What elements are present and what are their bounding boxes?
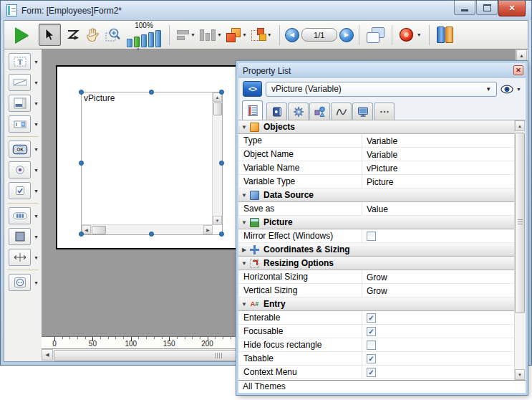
rectangle-tool-button[interactable] <box>9 228 31 245</box>
disclosure-triangle-icon[interactable]: ▶ <box>238 247 250 253</box>
property-row-vertical-sizing[interactable]: Vertical SizingGrow <box>238 284 515 297</box>
checkbox-unchecked[interactable] <box>367 341 376 350</box>
property-list-titlebar[interactable]: Property List ✕ <box>238 63 526 78</box>
text-tool-button[interactable]: T <box>9 53 31 70</box>
form-views-button[interactable] <box>367 27 385 42</box>
disclosure-triangle-icon[interactable]: ▼ <box>238 301 250 308</box>
property-value[interactable]: vPicture <box>362 161 515 175</box>
property-value[interactable]: Grow <box>362 270 515 284</box>
selection-handle[interactable] <box>219 90 224 95</box>
property-row-mirror-effect-windows-[interactable]: Mirror Effect (Windows) <box>238 229 515 243</box>
disclosure-triangle-icon[interactable]: ▼ <box>238 260 250 267</box>
window-titlebar[interactable]: Form: [Employees]Form2* ✕ <box>1 1 531 20</box>
disclosure-triangle-icon[interactable]: ▼ <box>238 192 250 199</box>
scroll-down-button[interactable]: ▼ <box>213 216 222 225</box>
checkbox-checked[interactable]: ✓ <box>367 313 376 323</box>
scroll-left-button[interactable]: ◀ <box>42 349 53 361</box>
disclosure-triangle-icon[interactable]: ▼ <box>238 124 250 130</box>
horizontal-scroll-thumb[interactable] <box>92 226 106 234</box>
disclosure-triangle-icon[interactable]: ▼ <box>238 219 250 226</box>
zoom-level-widget[interactable]: 100% <box>127 22 161 47</box>
scroll-up-button[interactable]: ▲ <box>515 120 525 131</box>
selection-handle[interactable] <box>79 90 84 95</box>
next-page-button[interactable]: ▶ <box>339 28 354 42</box>
selection-handle[interactable] <box>79 161 84 166</box>
selection-handle[interactable] <box>219 161 224 166</box>
previous-page-button[interactable]: ◀ <box>285 28 299 42</box>
dropdown-arrow-icon[interactable]: ▼ <box>34 234 39 239</box>
dropdown-arrow-icon[interactable]: ▼ <box>190 32 195 37</box>
tab-display-monitor[interactable] <box>352 103 373 120</box>
property-row-hide-focus-rectangle[interactable]: Hide focus rectangle <box>238 338 515 352</box>
tab-address-book[interactable] <box>266 103 287 120</box>
zoom-tool-button[interactable] <box>105 27 122 43</box>
dropdown-arrow-icon[interactable]: ▼ <box>34 80 39 85</box>
button-ok-tool-button[interactable]: OK <box>9 141 31 158</box>
line-tool-button[interactable] <box>9 74 31 91</box>
dropdown-arrow-icon[interactable]: ▼ <box>34 214 39 219</box>
dropdown-arrow-icon[interactable]: ▼ <box>34 280 39 285</box>
scroll-up-button[interactable]: ▲ <box>516 49 527 61</box>
checkbox-unchecked[interactable] <box>367 232 376 241</box>
property-value[interactable]: Value <box>362 202 515 216</box>
tab-settings-gear[interactable] <box>288 103 309 120</box>
vpicture-object[interactable]: vPicture ▲ ▼ ◀ ▶ <box>81 92 223 235</box>
explorer-button[interactable] <box>437 27 453 43</box>
property-row-enterable[interactable]: Enterable✓ <box>238 311 515 325</box>
vertical-scroll-thumb[interactable] <box>213 103 222 115</box>
property-value[interactable]: Grow <box>362 284 515 297</box>
selection-handle[interactable] <box>149 90 154 95</box>
dropdown-arrow-icon[interactable]: ▼ <box>242 32 247 37</box>
area-tool-button[interactable] <box>9 95 31 112</box>
selection-handle[interactable] <box>149 232 154 237</box>
zoom-level-bars-icon[interactable] <box>127 30 161 47</box>
plugin-tool-button[interactable] <box>9 274 31 291</box>
view-options-button[interactable]: ▼ <box>500 85 521 94</box>
scroll-down-button[interactable]: ▼ <box>515 369 525 380</box>
property-row-object-name[interactable]: Object NameVariable <box>238 148 515 161</box>
duplicate-grid-tool-button[interactable]: ▼ <box>251 28 272 42</box>
section-header-objects[interactable]: ▼Objects <box>238 120 515 134</box>
maximize-button[interactable] <box>476 1 498 15</box>
tab-chart-curve[interactable] <box>331 103 352 120</box>
themes-footer[interactable]: All Themes <box>238 380 526 393</box>
shields-button[interactable]: ▼ <box>400 28 422 42</box>
tab-property-list[interactable] <box>242 100 263 120</box>
minimize-button[interactable] <box>454 1 475 15</box>
vertical-scroll-thumb[interactable] <box>515 133 525 313</box>
checkbox-checked[interactable]: ✓ <box>367 368 376 377</box>
close-button[interactable]: ✕ <box>498 1 526 16</box>
section-header-resizing-options[interactable]: ▼Resizing Options <box>238 257 515 270</box>
dropdown-arrow-icon[interactable]: ▼ <box>34 101 39 106</box>
splitter-tool-button[interactable] <box>9 249 31 266</box>
tab-more-ellipsis[interactable] <box>374 103 395 120</box>
dropdown-arrow-icon[interactable]: ▼ <box>34 59 39 65</box>
section-header-data-source[interactable]: ▼Data Source <box>238 189 515 202</box>
selection-handle[interactable] <box>219 232 224 237</box>
pointer-tool-button[interactable] <box>39 24 61 46</box>
section-header-entry[interactable]: ▼Entry <box>238 297 515 311</box>
selection-handle[interactable] <box>79 232 84 237</box>
section-header-picture[interactable]: ▼Picture <box>238 216 515 229</box>
property-value[interactable]: Variable <box>362 134 515 148</box>
dropdown-arrow-icon[interactable]: ▼ <box>34 122 39 127</box>
property-value[interactable]: Picture <box>362 175 515 189</box>
page-indicator-field[interactable]: 1/1 <box>301 28 337 42</box>
combo-tool-button[interactable] <box>9 115 31 133</box>
segmented-tool-button[interactable] <box>9 207 31 224</box>
dropdown-arrow-icon[interactable]: ▼ <box>34 255 39 260</box>
property-row-horizontal-sizing[interactable]: Horizontal SizingGrow <box>238 270 515 284</box>
property-row-tabable[interactable]: Tabable✓ <box>238 352 515 366</box>
move-hand-tool-button[interactable] <box>85 27 100 42</box>
level-tool-button[interactable]: ▼ <box>226 28 247 42</box>
checkbox-checked[interactable]: ✓ <box>367 327 376 336</box>
tab-shapes[interactable] <box>309 103 330 120</box>
property-row-save-as[interactable]: Save asValue <box>238 202 515 216</box>
dropdown-arrow-icon[interactable]: ▼ <box>34 147 39 152</box>
dropdown-arrow-icon[interactable]: ▼ <box>417 32 422 37</box>
object-vertical-scrollbar[interactable]: ▲ ▼ <box>212 92 222 225</box>
property-row-type[interactable]: TypeVariable <box>238 134 515 148</box>
dropdown-arrow-icon[interactable]: ▼ <box>267 32 272 37</box>
radio-tool-button[interactable] <box>9 161 31 178</box>
form-page[interactable]: vPicture ▲ ▼ ◀ ▶ <box>56 65 256 249</box>
